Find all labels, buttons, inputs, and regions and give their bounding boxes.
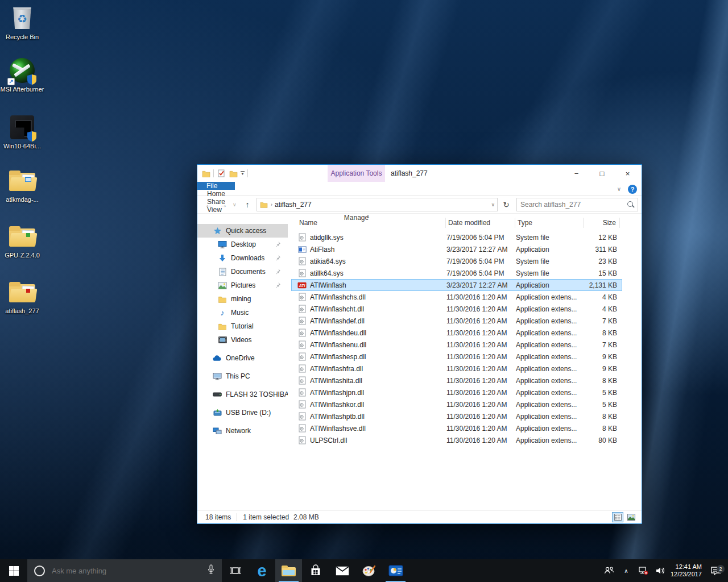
file-row[interactable]: ATIWinflashjpn.dll11/30/2016 1:20 AMAppl… — [291, 386, 622, 398]
sidebar-item-usb-drive-d-[interactable]: USB Drive (D:) — [197, 406, 288, 419]
file-size: 12 KB — [584, 234, 621, 242]
action-center-button[interactable]: 2 — [704, 566, 728, 576]
search-icon[interactable] — [627, 201, 634, 208]
ribbon-tab-view[interactable]: View — [197, 206, 235, 214]
ribbon-tab-share[interactable]: Share — [197, 198, 235, 206]
taskbar-app-system-info-app[interactable] — [382, 559, 409, 582]
people-icon[interactable] — [601, 566, 618, 575]
taskbar-app-edge[interactable]: e — [249, 559, 275, 582]
file-row[interactable]: ATIWinflashfra.dll11/30/2016 1:20 AMAppl… — [291, 363, 622, 375]
file-name: ATIWinflashenu.dll — [310, 341, 366, 349]
desktop-icon-atiflash-folder[interactable]: atiflash_277 — [0, 278, 44, 315]
taskbar-clock[interactable]: 12:41 AM 12/23/2017 — [669, 563, 704, 578]
file-row[interactable]: ATIWinflashchs.dll11/30/2016 1:20 AMAppl… — [291, 291, 622, 303]
file-name: atillk64.sys — [310, 269, 344, 277]
sidebar-item-flash-32-toshiba-e[interactable]: FLASH 32 TOSHIBA (E — [197, 388, 288, 401]
help-icon[interactable]: ? — [628, 185, 637, 194]
properties-icon[interactable] — [217, 169, 226, 178]
file-row[interactable]: atikia64.sys7/19/2006 5:04 PMSystem file… — [291, 255, 622, 267]
task-view-button[interactable] — [222, 559, 249, 582]
desktop-icon-gpu-z-folder[interactable]: GPU-Z.2.4.0 — [0, 223, 44, 259]
file-row[interactable]: atillk64.sys7/19/2006 5:04 PMSystem file… — [291, 267, 622, 279]
file-name: ULPSCtrl.dll — [310, 436, 347, 444]
large-icons-view-button[interactable] — [626, 512, 637, 522]
minimize-button[interactable]: − — [564, 165, 589, 182]
column-header-type[interactable]: Type — [515, 218, 584, 228]
documents-icon — [218, 267, 227, 276]
column-header-name[interactable]: Name — [291, 218, 446, 228]
details-view-button[interactable] — [612, 512, 623, 522]
title-bar[interactable]: ▼ Application Tools atiflash_277 − □ × — [197, 165, 642, 182]
microphone-icon[interactable] — [207, 564, 215, 577]
search-input[interactable] — [520, 201, 627, 209]
file-row[interactable]: ATIWinflashptb.dll11/30/2016 1:20 AMAppl… — [291, 410, 622, 422]
file-row[interactable]: ATIWinflashesp.dll11/30/2016 1:20 AMAppl… — [291, 351, 622, 363]
sidebar-item-videos[interactable]: Videos — [197, 333, 288, 347]
file-row[interactable]: ATIWinflashenu.dll11/30/2016 1:20 AMAppl… — [291, 339, 622, 351]
file-row[interactable]: ATIWinflashsve.dll11/30/2016 1:20 AMAppl… — [291, 422, 622, 434]
new-folder-icon[interactable] — [229, 169, 238, 178]
file-row[interactable]: ATIWinflashcht.dll11/30/2016 1:20 AMAppl… — [291, 303, 622, 315]
selection-size: 2.08 MB — [293, 513, 319, 521]
breadcrumb[interactable]: atiflash_277 — [275, 201, 312, 209]
sidebar-item-network[interactable]: Network — [197, 424, 288, 438]
up-icon[interactable]: ↑ — [242, 200, 253, 209]
start-button[interactable] — [0, 559, 27, 582]
file-date-modified: 11/30/2016 1:20 AM — [446, 317, 516, 325]
search-box[interactable] — [516, 198, 638, 211]
taskbar-app-store[interactable] — [302, 559, 329, 582]
desktop-icon-label: MSI Afterburner — [0, 86, 44, 93]
sidebar-item-quick-access[interactable]: Quick access — [197, 224, 288, 238]
file-name-cell: ATIWinflashdef.dll — [292, 317, 446, 325]
taskbar-app-file-explorer[interactable] — [275, 559, 302, 582]
sidebar-item-pictures[interactable]: Pictures — [197, 278, 288, 292]
sys-file-icon — [297, 269, 307, 277]
sidebar-item-documents[interactable]: Documents — [197, 265, 288, 278]
column-header-size[interactable]: Size — [584, 218, 620, 228]
network-disconnected-icon[interactable] — [635, 566, 652, 575]
desktop-icon-msi-afterburner[interactable]: ↗MSI Afterburner — [0, 57, 44, 93]
hidden-icons-chevron[interactable]: ∧ — [618, 568, 635, 574]
address-dropdown-icon[interactable]: ∨ — [491, 202, 495, 207]
desktop-icon-recycle-bin[interactable]: ♻Recycle Bin — [0, 5, 44, 41]
sidebar-item-this-pc[interactable]: This PC — [197, 369, 288, 383]
ribbon-tab-home[interactable]: Home — [197, 190, 235, 198]
customize-qat-icon[interactable]: ▼ — [241, 171, 245, 176]
ribbon-collapse-icon[interactable]: ∨ — [617, 186, 621, 192]
taskbar-search-input[interactable] — [52, 567, 200, 575]
sidebar-item-desktop[interactable]: Desktop — [197, 238, 288, 251]
address-bar[interactable]: › atiflash_277 ∨ — [257, 198, 498, 211]
close-button[interactable]: × — [615, 165, 640, 182]
file-size: 4 KB — [584, 305, 621, 313]
taskbar-app-mail[interactable] — [329, 559, 355, 582]
desktop-icon-win10-installer[interactable]: Win10-64Bi... — [0, 114, 44, 150]
maximize-button[interactable]: □ — [589, 165, 615, 182]
file-size: 8 KB — [584, 377, 621, 385]
notification-badge: 2 — [717, 565, 725, 573]
sidebar-item-downloads[interactable]: Downloads — [197, 251, 288, 265]
file-row[interactable]: atidgllk.sys7/19/2006 5:04 PMSystem file… — [291, 231, 622, 243]
cortana-search-bar[interactable] — [27, 559, 222, 582]
taskbar: e ∧ 12:41 AM 12/23/2017 2 — [0, 559, 728, 582]
file-row[interactable]: ULPSCtrl.dll11/30/2016 1:20 AMApplicatio… — [291, 434, 622, 446]
file-row[interactable]: ATIWinflashita.dll11/30/2016 1:20 AMAppl… — [291, 375, 622, 386]
refresh-icon[interactable]: ↻ — [501, 201, 511, 209]
column-header-date-modified[interactable]: Date modified — [446, 218, 515, 228]
file-row[interactable]: ATIWinflashdeu.dll11/30/2016 1:20 AMAppl… — [291, 327, 622, 339]
sidebar-item-mining[interactable]: mining — [197, 292, 288, 306]
file-row[interactable]: ATIWinflashkor.dll11/30/2016 1:20 AMAppl… — [291, 398, 622, 410]
sidebar-item-onedrive[interactable]: OneDrive — [197, 351, 288, 365]
file-row[interactable]: ATIWinflashdef.dll11/30/2016 1:20 AMAppl… — [291, 315, 622, 327]
sidebar-item-label: mining — [231, 295, 251, 303]
volume-icon[interactable] — [652, 566, 669, 575]
file-name-cell: atillk64.sys — [292, 269, 446, 277]
sidebar-item-music[interactable]: ♪Music — [197, 306, 288, 319]
sidebar-item-tutorial[interactable]: Tutorial — [197, 319, 288, 333]
file-row[interactable]: ATiATIWinflash3/23/2017 12:27 AMApplicat… — [291, 279, 622, 291]
file-row[interactable]: AtiFlash3/23/2017 12:27 AMApplication311… — [291, 243, 622, 255]
taskbar-app-paint[interactable] — [355, 559, 382, 582]
breadcrumb-chevron-icon[interactable]: › — [271, 202, 272, 207]
downloads-icon — [218, 253, 227, 263]
desktop-icon-atikmdag-folder[interactable]: atikmdag-... — [0, 167, 44, 203]
ribbon-tab-file[interactable]: File — [197, 182, 235, 190]
